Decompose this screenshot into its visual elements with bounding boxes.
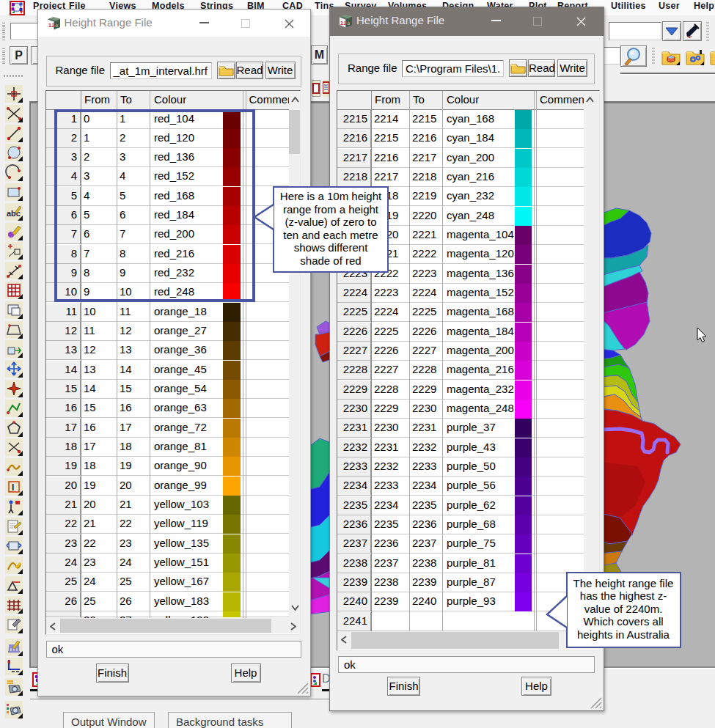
svg-text:12: 12 <box>340 20 347 26</box>
svg-text:I: I <box>12 482 14 493</box>
svg-text:12: 12 <box>48 21 54 28</box>
